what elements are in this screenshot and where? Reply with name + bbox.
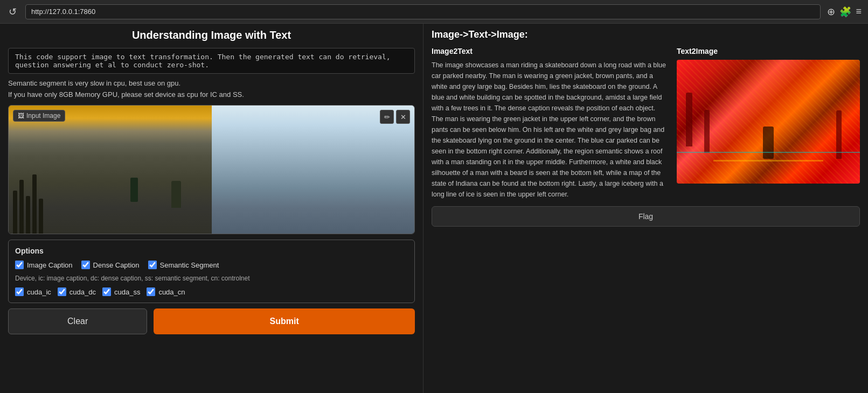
checkbox-cuda-cn-label: cuda_cn (158, 288, 185, 296)
edit-image-button[interactable]: ✏ (380, 110, 394, 124)
gen-tree-2 (704, 110, 710, 153)
flag-section: Flag (432, 206, 860, 227)
image2text-label: Image2Text (432, 47, 668, 55)
page-title: Understanding Image with Text (8, 29, 415, 41)
tree-silhouettes (9, 157, 212, 234)
image-icon: 🖼 (18, 112, 24, 120)
refresh-button[interactable]: ↺ (6, 4, 19, 20)
info-box: This code support image to text transfor… (8, 48, 415, 74)
checkbox-image-caption-input[interactable] (15, 261, 24, 269)
profile-icon[interactable]: ⊕ (827, 6, 835, 18)
text2image-label: Text2Image (677, 47, 860, 55)
result-columns: Image2Text The image showcases a man rid… (432, 47, 860, 200)
cuda-checkboxes-row: cuda_ic cuda_dc cuda_ss cuda_cn (15, 287, 408, 296)
tree-5 (39, 199, 43, 234)
submit-button[interactable]: Submit (154, 308, 415, 334)
checkbox-semantic-segment-input[interactable] (148, 261, 157, 269)
result-title: Image->Text->Image: (432, 29, 860, 40)
generated-image-display (677, 60, 860, 184)
result-description: The image showcases a man riding a skate… (432, 60, 668, 200)
flag-button[interactable]: Flag (638, 212, 653, 221)
image-actions: ✏ ✕ (380, 110, 410, 124)
checkbox-cuda-cn[interactable]: cuda_cn (147, 287, 185, 296)
checkbox-cuda-cn-input[interactable] (147, 287, 155, 296)
checkbox-cuda-ic-label: cuda_ic (27, 288, 51, 296)
action-buttons: Clear Submit (8, 308, 415, 334)
checkbox-dense-caption[interactable]: Dense Caption (81, 261, 140, 269)
checkbox-cuda-dc-label: cuda_dc (70, 288, 96, 296)
image-right-half (212, 106, 415, 234)
tree-3 (26, 196, 30, 234)
menu-icon[interactable]: ≡ (856, 6, 862, 18)
browser-bar: ↺ ⊕ 🧩 ≡ (0, 0, 868, 24)
checkbox-cuda-ic[interactable]: cuda_ic (15, 287, 51, 296)
device-info: Device, ic: image caption, dc: dense cap… (15, 275, 408, 282)
browser-icons: ⊕ 🧩 ≡ (827, 6, 862, 18)
checkbox-image-caption[interactable]: Image Caption (15, 261, 73, 269)
note1: Semantic segment is very slow in cpu, be… (8, 79, 415, 87)
checkbox-cuda-ic-input[interactable] (15, 287, 24, 296)
main-content: Understanding Image with Text This code … (0, 24, 868, 393)
checkbox-image-caption-label: Image Caption (27, 261, 73, 269)
input-image-container: 🖼 Input Image ✏ ✕ (8, 105, 415, 234)
right-panel: Image->Text->Image: Image2Text The image… (423, 24, 868, 393)
image-column: Text2Image (677, 47, 860, 200)
main-checkboxes-row: Image Caption Dense Caption Semantic Seg… (15, 261, 408, 269)
checkbox-cuda-dc-input[interactable] (58, 287, 66, 296)
left-panel: Understanding Image with Text This code … (0, 24, 423, 393)
checkbox-dense-caption-input[interactable] (81, 261, 90, 269)
close-image-button[interactable]: ✕ (396, 110, 410, 124)
tree-4 (32, 174, 37, 234)
checkbox-cuda-dc[interactable]: cuda_dc (58, 287, 96, 296)
checkbox-dense-caption-label: Dense Caption (93, 261, 140, 269)
checkbox-cuda-ss-input[interactable] (102, 287, 111, 296)
tree-2 (19, 180, 24, 234)
checkbox-cuda-ss-label: cuda_ss (114, 288, 140, 296)
tree-1 (13, 191, 17, 234)
figure-left (171, 181, 181, 208)
note2: If you have only 8GB Memory GPU, please … (8, 90, 415, 99)
checkbox-semantic-segment-label: Semantic Segment (160, 261, 219, 269)
checkbox-cuda-ss[interactable]: cuda_ss (102, 287, 140, 296)
gen-fence (677, 152, 860, 153)
url-input[interactable] (25, 4, 821, 19)
input-image-display (9, 106, 414, 234)
options-section: Options Image Caption Dense Caption Sema… (8, 240, 415, 303)
input-image-text: Input Image (26, 112, 60, 120)
checkbox-semantic-segment[interactable]: Semantic Segment (148, 261, 219, 269)
figure-right (130, 178, 138, 202)
extension-icon[interactable]: 🧩 (839, 6, 851, 18)
gen-figure (763, 127, 774, 159)
gen-tree-1 (686, 93, 692, 146)
image-left-half (9, 106, 212, 234)
text-column: Image2Text The image showcases a man rid… (432, 47, 668, 200)
options-title: Options (15, 247, 408, 255)
clear-button[interactable]: Clear (8, 308, 147, 334)
input-image-label: 🖼 Input Image (13, 110, 65, 122)
gen-road (713, 160, 823, 162)
generated-image (677, 60, 860, 184)
